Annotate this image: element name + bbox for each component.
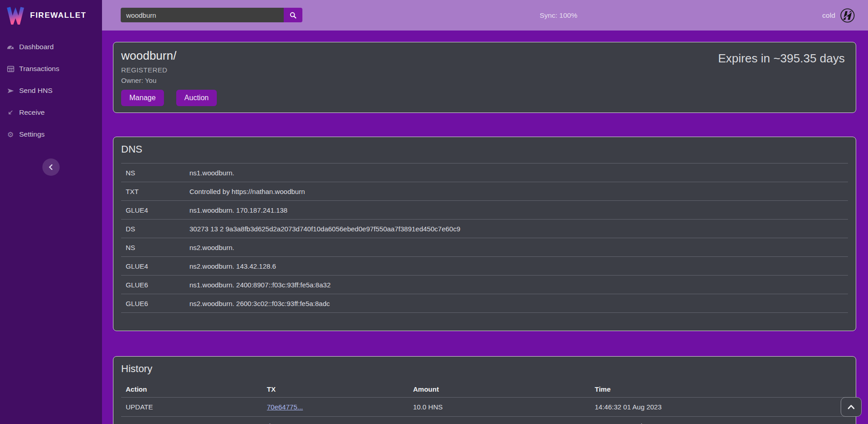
app-title: FIREWALLET xyxy=(30,11,87,20)
dns-title: DNS xyxy=(121,143,848,155)
sidebar-collapse-button[interactable] xyxy=(42,158,60,176)
dns-record-value: ns2.woodburn. 143.42.128.6 xyxy=(189,262,276,270)
dns-record-value: ns1.woodburn. xyxy=(189,169,234,177)
history-action: RENEW xyxy=(126,422,267,424)
col-header-tx: TX xyxy=(267,385,413,393)
dns-record-type: GLUE6 xyxy=(126,300,189,307)
sidebar-item-settings[interactable]: ⚙ Settings xyxy=(0,123,102,145)
dns-record-value: 30273 13 2 9a3a8fb3d625d2a2073d740f10da6… xyxy=(189,225,460,233)
brand: FIREWALLET xyxy=(0,0,102,31)
sidebar-item-receive[interactable]: Receive xyxy=(0,102,102,123)
send-icon xyxy=(6,87,15,95)
sync-status: Sync: 100% xyxy=(540,0,577,31)
history-time: 14:46:32 01 Aug 2023 xyxy=(595,403,848,411)
dns-record-type: GLUE6 xyxy=(126,281,189,289)
domain-owner: Owner: You xyxy=(121,77,845,84)
dns-table: NS ns1.woodburn. TXT Controlled by https… xyxy=(121,163,848,313)
tx-link[interactable]: 70e64775... xyxy=(267,403,303,411)
dns-record-row: NS ns2.woodburn. xyxy=(121,238,848,257)
chevron-up-icon xyxy=(848,404,855,409)
dns-record-type: NS xyxy=(126,169,189,177)
transactions-icon xyxy=(6,65,15,73)
dns-record-value: ns1.woodburn. 2400:8907::f03c:93ff:fe5a:… xyxy=(189,281,331,289)
col-header-time: Time xyxy=(595,385,848,393)
dns-record-row: NS ns1.woodburn. xyxy=(121,163,848,182)
sidebar-nav: Dashboard Transactions Send HNS Receive … xyxy=(0,36,102,145)
sidebar-item-send-hns[interactable]: Send HNS xyxy=(0,80,102,102)
auction-button[interactable]: Auction xyxy=(176,90,217,106)
dns-record-row: GLUE6 ns1.woodburn. 2400:8907::f03c:93ff… xyxy=(121,276,848,294)
topbar: Sync: 100% cold xyxy=(102,0,868,31)
scroll-to-top-button[interactable] xyxy=(841,397,862,417)
col-header-action: Action xyxy=(126,385,267,393)
dns-record-row: GLUE4 ns1.woodburn. 170.187.241.138 xyxy=(121,201,848,220)
history-time: 15:47:36 07 Feb 2023 xyxy=(595,422,848,424)
history-amount: 10.0 HNS xyxy=(413,422,595,424)
sidebar-item-label: Dashboard xyxy=(19,43,54,51)
col-header-amount: Amount xyxy=(413,385,595,393)
dns-record-value: ns2.woodburn. xyxy=(189,244,234,251)
history-action: UPDATE xyxy=(126,403,267,411)
search-input[interactable] xyxy=(121,8,284,22)
expiry-label: Expires in ~395.35 days xyxy=(718,51,845,66)
dns-record-type: DS xyxy=(126,225,189,233)
dns-record-row: TXT Controlled by https://nathan.woodbur… xyxy=(121,182,848,201)
sidebar-item-transactions[interactable]: Transactions xyxy=(0,58,102,80)
wallet-badge: cold xyxy=(822,0,855,31)
sidebar: FIREWALLET Dashboard Transactions Send H… xyxy=(0,0,102,424)
domain-actions: Manage Auction xyxy=(121,90,845,106)
history-amount: 10.0 HNS xyxy=(413,403,595,411)
sidebar-item-label: Settings xyxy=(19,130,45,138)
handshake-logo-icon xyxy=(840,8,855,23)
sidebar-item-label: Send HNS xyxy=(19,87,52,95)
domain-status: REGISTERED xyxy=(121,66,845,74)
main-content: woodburn/ REGISTERED Owner: You Manage A… xyxy=(102,31,868,424)
search-bar xyxy=(121,8,302,22)
sidebar-item-dashboard[interactable]: Dashboard xyxy=(0,36,102,58)
tx-link[interactable]: d72e3c4... xyxy=(267,422,299,424)
chevron-left-icon xyxy=(48,164,54,170)
history-row: RENEW d72e3c4... 10.0 HNS 15:47:36 07 Fe… xyxy=(121,417,848,424)
dns-record-row: DS 30273 13 2 9a3a8fb3d625d2a2073d740f10… xyxy=(121,220,848,238)
history-card: History Action TX Amount Time UPDATE 70e… xyxy=(113,356,856,424)
firewallet-logo-icon xyxy=(6,6,25,25)
history-header-row: Action TX Amount Time xyxy=(121,381,848,398)
settings-icon: ⚙ xyxy=(6,130,15,138)
dns-record-type: GLUE4 xyxy=(126,206,189,214)
dns-record-row: GLUE4 ns2.woodburn. 143.42.128.6 xyxy=(121,257,848,276)
dns-record-value: ns1.woodburn. 170.187.241.138 xyxy=(189,206,287,214)
dns-record-type: NS xyxy=(126,244,189,251)
domain-card: woodburn/ REGISTERED Owner: You Manage A… xyxy=(113,42,856,113)
dashboard-icon xyxy=(6,43,15,51)
dns-record-value: Controlled by https://nathan.woodburn xyxy=(189,188,305,195)
sidebar-item-label: Receive xyxy=(19,108,45,117)
search-icon xyxy=(289,11,297,19)
dns-record-type: TXT xyxy=(126,188,189,195)
dns-record-value: ns2.woodburn. 2600:3c02::f03c:93ff:fe5a:… xyxy=(189,300,330,307)
dns-record-row: GLUE6 ns2.woodburn. 2600:3c02::f03c:93ff… xyxy=(121,294,848,313)
receive-icon xyxy=(6,108,15,117)
wallet-mode-label: cold xyxy=(822,11,835,20)
history-table: Action TX Amount Time UPDATE 70e64775...… xyxy=(121,381,848,424)
history-row: UPDATE 70e64775... 10.0 HNS 14:46:32 01 … xyxy=(121,398,848,417)
dns-card: DNS NS ns1.woodburn. TXT Controlled by h… xyxy=(113,137,856,331)
manage-button[interactable]: Manage xyxy=(121,90,164,106)
sidebar-item-label: Transactions xyxy=(19,65,59,73)
search-button[interactable] xyxy=(284,8,302,22)
dns-record-type: GLUE4 xyxy=(126,262,189,270)
history-title: History xyxy=(121,363,848,375)
